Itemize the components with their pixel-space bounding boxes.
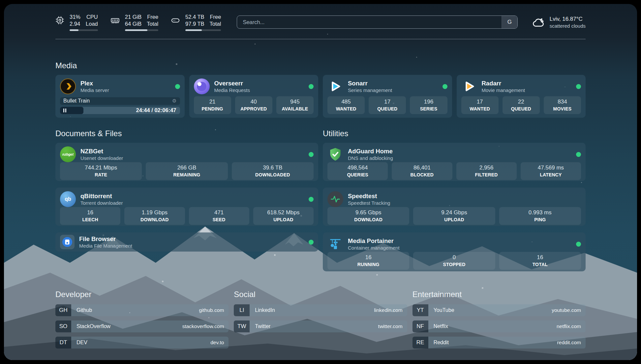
portainer-crane-icon	[327, 236, 343, 252]
section-title-developer: Developer	[55, 290, 229, 299]
memory-label-1: Free	[147, 14, 158, 20]
stat-tile: 618.52 MbpsUPLOAD	[253, 207, 314, 225]
weather-widget: Lviv, 16.87°C scattered clouds	[532, 16, 586, 29]
stat-tile: 1.19 GbpsDOWNLOAD	[124, 207, 185, 225]
cpu-load-value: 2.94	[70, 20, 80, 27]
stat-tile: 266 GBREMAINING	[146, 162, 228, 180]
bookmark-abbr: LI	[234, 304, 250, 316]
bookmark-dev[interactable]: DT DEVdev.to	[55, 337, 229, 349]
filebrowser-card[interactable]: File Browser Media File Management	[55, 232, 318, 252]
bookmark-group-entertainment: Entertainment YT YouTubeyoutube.com NF N…	[412, 290, 586, 353]
status-dot-online	[175, 84, 180, 89]
portainer-card[interactable]: Media Portainer Container management 16R…	[323, 232, 586, 271]
memory-free-value: 21 GiB	[125, 14, 141, 20]
cpu-stat: 31% CPU 2.94 Load	[55, 14, 98, 31]
stat-tile: 945AVAILABLE	[276, 96, 314, 114]
adguard-shield-icon	[327, 146, 343, 162]
bookmark-abbr: YT	[412, 304, 428, 316]
nzbget-card[interactable]: nzbget NZBGet Usenet downloader 744.21 M…	[55, 143, 318, 181]
bookmark-youtube[interactable]: YT YouTubeyoutube.com	[412, 304, 586, 316]
ram-icon	[110, 16, 120, 25]
cpu-chip-icon	[55, 16, 64, 25]
sonarr-card[interactable]: Sonarr Series management 485WANTED 17QUE…	[323, 75, 452, 118]
app-subtitle: DNS and adblocking	[348, 155, 393, 161]
status-dot-online	[309, 197, 314, 202]
bookmark-abbr: NF	[412, 320, 428, 332]
radarr-card[interactable]: Radarr Movie management 17WANTED 22QUEUE…	[457, 75, 586, 118]
stat-tile: 86,401BLOCKED	[392, 162, 452, 180]
topbar-divider	[55, 39, 586, 39]
stat-tile: 498,564QUERIES	[327, 162, 388, 180]
app-subtitle: Usenet downloader	[80, 155, 123, 161]
bookmark-netflix[interactable]: NF Netflixnetflix.com	[412, 320, 586, 332]
memory-total-value: 64 GiB	[125, 20, 141, 27]
google-search-button[interactable]: G	[502, 16, 517, 28]
cloud-icon	[532, 16, 545, 28]
stat-tile: 196SERIES	[410, 96, 447, 114]
playback-time: 24:44 / 02:06:47	[136, 107, 176, 114]
plex-icon	[60, 78, 76, 94]
system-stats: 31% CPU 2.94 Load 21 GiB Free 64 GiB Tot…	[55, 14, 221, 31]
stat-tile: 21PENDING	[194, 96, 231, 114]
section-title-media: Media	[55, 61, 586, 70]
memory-stat: 21 GiB Free 64 GiB Total	[110, 14, 158, 31]
app-subtitle: Container management	[348, 245, 400, 251]
top-bar: 31% CPU 2.94 Load 21 GiB Free 64 GiB Tot…	[55, 4, 586, 39]
app-name: NZBGet	[80, 147, 123, 155]
cpu-usage-value: 31%	[70, 14, 80, 20]
app-name: Overseerr	[214, 79, 250, 87]
status-dot-online	[309, 84, 314, 89]
utilities-column: Utilities AdGu	[323, 129, 586, 271]
pause-icon	[63, 108, 64, 112]
bookmark-github[interactable]: GH Githubgithub.com	[55, 304, 229, 316]
bookmark-abbr: SO	[55, 320, 71, 332]
gear-icon: ⚙	[172, 98, 176, 104]
status-dot-online	[309, 152, 314, 157]
bookmark-abbr: TW	[234, 320, 250, 332]
stat-tile: 485WANTED	[327, 96, 365, 114]
stat-tile: 2,956FILTERED	[456, 162, 517, 180]
bookmark-abbr: DT	[55, 337, 71, 349]
status-dot-online	[576, 242, 581, 247]
app-subtitle: Media File Management	[79, 243, 132, 249]
bookmark-stackoverflow[interactable]: SO StackOverflowstackoverflow.com	[55, 320, 229, 332]
bookmark-abbr: GH	[55, 304, 71, 316]
app-subtitle: Media Requests	[214, 87, 250, 93]
stat-tile: 471SEED	[189, 207, 249, 225]
stat-tile: 16TOTAL	[499, 252, 581, 270]
stat-tile: 0STOPPED	[413, 252, 495, 270]
memory-label-2: Total	[147, 20, 158, 27]
status-dot-online	[576, 84, 581, 89]
disk-progress-bar	[185, 29, 221, 31]
status-dot-online	[309, 240, 314, 245]
plex-card[interactable]: Plex Media server Bullet Train ⚙ 24:44 /…	[55, 75, 185, 118]
bookmark-abbr: RE	[412, 337, 428, 349]
app-subtitle: Media server	[80, 87, 109, 93]
overseerr-icon	[194, 78, 210, 94]
stat-tile: 9.65 GbpsDOWNLOAD	[327, 207, 409, 225]
bookmark-linkedin[interactable]: LI LinkedInlinkedin.com	[234, 304, 407, 316]
bookmark-twitter[interactable]: TW Twittertwitter.com	[234, 320, 407, 332]
section-title-entertainment: Entertainment	[412, 290, 586, 299]
adguard-card[interactable]: AdGuard Home DNS and adblocking 498,564Q…	[323, 143, 586, 181]
overseerr-card[interactable]: Overseerr Media Requests 21PENDING 40APP…	[189, 75, 319, 118]
section-title-documents: Documents & Files	[55, 129, 318, 138]
cpu-label-2: Load	[86, 20, 98, 27]
search-input[interactable]	[237, 16, 501, 28]
disk-stat: 52.4 TB Free 97.9 TB Total	[171, 14, 221, 31]
qbittorrent-card[interactable]: qb qBittorrent Torrent downloader 16LEEC…	[55, 188, 318, 226]
playback-progress-fill	[60, 107, 83, 114]
snow-specks	[4, 4, 5, 5]
disk-total-value: 97.9 TB	[185, 20, 204, 27]
speedtest-card[interactable]: Speedtest Speedtest Tracking 9.65 GbpsDO…	[323, 188, 586, 226]
stat-tile: 17WANTED	[461, 96, 499, 114]
memory-progress-bar	[125, 29, 158, 31]
speedtest-waveform-icon	[327, 191, 343, 207]
app-subtitle: Series management	[348, 87, 392, 93]
status-dot-online	[576, 152, 581, 157]
cpu-label-1: CPU	[86, 14, 98, 20]
disk-label-2: Total	[210, 20, 221, 27]
status-dot-online	[443, 84, 447, 89]
bookmark-reddit[interactable]: RE Redditreddit.com	[412, 337, 586, 349]
stat-tile: 0.993 msPING	[499, 207, 581, 225]
